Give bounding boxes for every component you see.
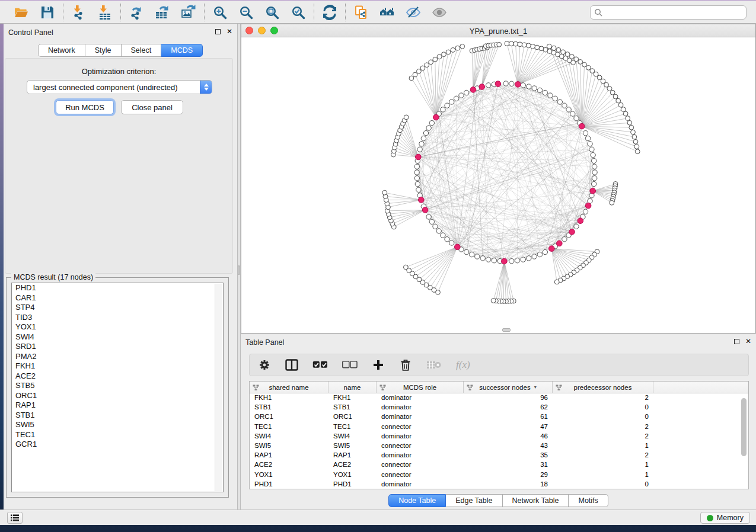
result-node-item[interactable]: TEC1 xyxy=(12,430,223,440)
column-layout-icon[interactable] xyxy=(285,358,298,372)
tab-network-table[interactable]: Network Table xyxy=(503,494,569,507)
close-panel-icon[interactable]: ✕ xyxy=(227,28,232,34)
export-image-icon[interactable] xyxy=(180,4,197,21)
hide-selected-icon[interactable] xyxy=(405,4,422,21)
tab-network[interactable]: Network xyxy=(38,44,85,57)
import-table-icon[interactable] xyxy=(97,4,113,21)
table-scrollbar[interactable] xyxy=(741,398,747,475)
delete-row-icon[interactable] xyxy=(399,358,412,372)
select-all-rows-icon[interactable] xyxy=(312,358,328,372)
export-network-icon[interactable] xyxy=(128,4,145,21)
export-table-icon[interactable] xyxy=(154,4,171,21)
search-input[interactable] xyxy=(590,5,747,20)
cell-successor-nodes: 47 xyxy=(464,422,553,432)
cell-MCDS-role: connector xyxy=(377,422,464,432)
table-row[interactable]: ORC1ORC1dominator610 xyxy=(250,412,748,422)
refresh-view-icon[interactable] xyxy=(321,4,338,21)
network-titlebar: YPA_prune.txt_1 xyxy=(241,24,755,37)
result-list-scrollbar[interactable] xyxy=(215,284,222,491)
zoom-selected-icon[interactable] xyxy=(290,4,307,21)
column-header-name[interactable]: name xyxy=(328,382,377,393)
zoom-in-icon[interactable] xyxy=(212,4,228,21)
tab-motifs[interactable]: Motifs xyxy=(569,494,608,507)
result-node-item[interactable]: STB5 xyxy=(12,381,223,391)
tab-node-table[interactable]: Node Table xyxy=(388,494,446,507)
cell-shared-name: RAP1 xyxy=(250,451,328,460)
vertical-splitter-handle[interactable] xyxy=(238,265,240,275)
table-row[interactable]: PHD1PHD1dominator180 xyxy=(250,480,748,489)
table-scrollbar-thumb[interactable] xyxy=(741,398,747,456)
deselect-all-rows-icon[interactable] xyxy=(342,358,358,372)
zoom-out-icon[interactable] xyxy=(238,4,254,21)
run-mcds-button[interactable]: Run MCDS xyxy=(56,100,114,114)
result-node-item[interactable]: SWI4 xyxy=(12,332,223,342)
table-settings-icon[interactable] xyxy=(258,358,271,372)
result-node-item[interactable]: FKH1 xyxy=(12,361,223,371)
result-node-item[interactable]: RAP1 xyxy=(12,400,223,411)
table-tabs: Node TableEdge TableNetwork TableMotifs xyxy=(241,494,756,507)
column-header-successor-nodes[interactable]: successor nodes▾ xyxy=(464,382,553,393)
memory-button[interactable]: Memory xyxy=(700,512,750,524)
add-row-icon[interactable] xyxy=(372,358,385,372)
clone-network-icon[interactable] xyxy=(353,4,369,21)
table-header-row: shared namenameMCDS rolesuccessor nodes▾… xyxy=(250,382,748,393)
cell-MCDS-role: dominator xyxy=(377,432,464,441)
open-file-icon[interactable] xyxy=(13,4,30,21)
horizontal-splitter-handle[interactable] xyxy=(502,328,511,332)
show-neighbors-icon[interactable] xyxy=(379,4,395,21)
float-panel-icon[interactable] xyxy=(215,29,221,34)
cell-MCDS-role: dominator xyxy=(377,393,464,403)
close-panel-button[interactable]: Close panel xyxy=(121,100,183,114)
criterion-dropdown[interactable]: largest connected component (undirected) xyxy=(27,80,212,94)
network-canvas[interactable] xyxy=(241,37,755,333)
result-node-item[interactable]: GCR1 xyxy=(12,440,223,450)
table-row[interactable]: SWI5SWI5connector431 xyxy=(250,441,748,451)
table-row[interactable]: TEC1TEC1connector472 xyxy=(250,422,748,432)
tab-edge-table[interactable]: Edge Table xyxy=(446,494,502,507)
column-header-shared-name[interactable]: shared name xyxy=(250,382,328,393)
cell-MCDS-role: connector xyxy=(377,470,464,480)
tab-style[interactable]: Style xyxy=(85,44,122,57)
result-node-item[interactable]: ACE2 xyxy=(12,371,223,382)
table-row[interactable]: FKH1FKH1dominator962 xyxy=(250,393,748,403)
table-toolbar: f(x) xyxy=(249,354,749,376)
zoom-fit-icon[interactable] xyxy=(264,4,280,21)
result-node-item[interactable]: TID3 xyxy=(12,313,223,323)
table-panel: Table Panel ✕ f(x) shared namenameMCDS r… xyxy=(241,334,756,509)
save-session-icon[interactable] xyxy=(39,4,56,21)
result-node-item[interactable]: SRD1 xyxy=(12,342,223,352)
cell-predecessor-nodes: 1 xyxy=(553,460,653,470)
result-node-item[interactable]: STB1 xyxy=(12,411,223,421)
column-header-predecessor-nodes[interactable]: predecessor nodes xyxy=(553,382,653,393)
table-row[interactable]: RAP1RAP1dominator352 xyxy=(250,451,748,460)
cell-shared-name: FKH1 xyxy=(250,393,328,403)
mcds-result-list[interactable]: PHD1CAR1STP4TID3YOX1SWI4SRD1PMA2FKH1ACE2… xyxy=(11,283,224,492)
task-history-button[interactable] xyxy=(7,512,23,524)
control-panel-tabs: NetworkStyleSelectMCDS xyxy=(4,44,237,57)
result-node-item[interactable]: CAR1 xyxy=(12,293,223,303)
result-node-item[interactable]: ORC1 xyxy=(12,391,223,401)
criterion-value: largest connected component (undirected) xyxy=(27,83,200,92)
result-node-item[interactable]: SWI5 xyxy=(12,420,223,430)
cell-name: SWI5 xyxy=(328,441,377,451)
float-table-panel-icon[interactable] xyxy=(734,339,739,344)
tab-select[interactable]: Select xyxy=(122,44,162,57)
cell-predecessor-nodes: 2 xyxy=(553,422,653,432)
show-hidden-icon[interactable] xyxy=(431,4,448,21)
result-node-item[interactable]: PMA2 xyxy=(12,352,223,362)
result-node-item[interactable]: PHD1 xyxy=(12,283,223,293)
tab-mcds[interactable]: MCDS xyxy=(161,44,203,57)
table-row[interactable]: SWI4SWI4dominator462 xyxy=(250,432,748,441)
table-body: FKH1FKH1dominator962STB1STB1dominator620… xyxy=(250,393,748,489)
table-row[interactable]: YOX1YOX1connector291 xyxy=(250,470,748,480)
import-network-icon[interactable] xyxy=(71,4,87,21)
table-row[interactable]: ACE2ACE2connector311 xyxy=(250,460,748,470)
close-table-panel-icon[interactable]: ✕ xyxy=(745,338,751,344)
desktop-wallpaper-strip xyxy=(0,24,4,509)
table-row[interactable]: STB1STB1dominator620 xyxy=(250,403,748,412)
cell-name: ORC1 xyxy=(328,412,377,422)
result-node-item[interactable]: STP4 xyxy=(12,303,223,313)
result-node-item[interactable]: YOX1 xyxy=(12,322,223,332)
column-header-MCDS-role[interactable]: MCDS role xyxy=(377,382,464,393)
cell-predecessor-nodes: 1 xyxy=(553,470,653,480)
